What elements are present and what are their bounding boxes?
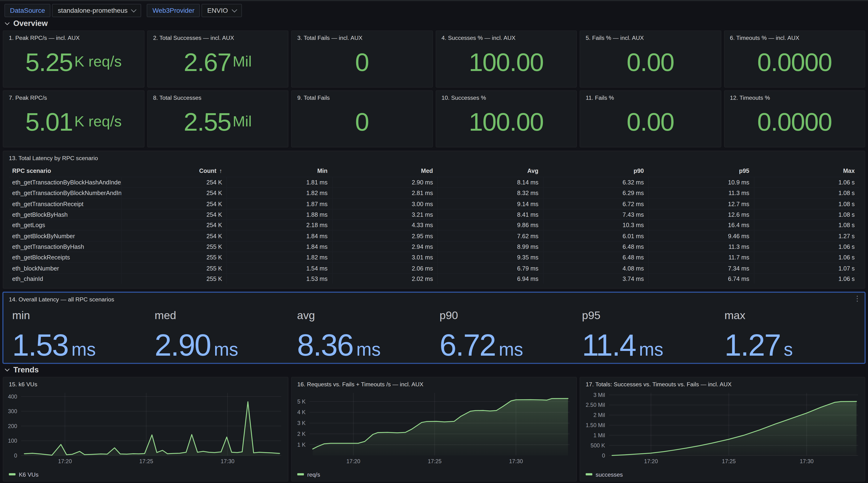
table-cell: 4.33 ms <box>332 220 437 230</box>
svg-text:1 Mil: 1 Mil <box>593 432 605 438</box>
stat-value: 0 <box>295 40 429 84</box>
stat-panel: 10. Successes %100.00 <box>435 90 577 147</box>
svg-text:17:30: 17:30 <box>220 458 235 464</box>
table-cell: 1.84 ms <box>226 231 332 241</box>
section-header-trends[interactable]: Trends <box>5 365 39 374</box>
table-cell: 3.74 ms <box>543 274 648 284</box>
sort-asc-icon: ↑ <box>219 167 222 174</box>
stat-panel: 9. Total Fails0 <box>291 90 433 147</box>
table-cell: 11.7 ms <box>648 252 754 262</box>
variable-value-dropdown[interactable]: ENVIO <box>202 4 242 17</box>
stat-unit: s <box>784 339 793 360</box>
variable-label-web3provider[interactable]: Web3Provider <box>147 4 200 17</box>
stat-panel: 2. Total Successes — incl. AUX2.67Mil <box>147 30 288 87</box>
top-edge-strip <box>0 0 868 1</box>
legend-item[interactable]: req/s <box>297 471 320 478</box>
panel-title[interactable]: 15. k6 VUs <box>9 381 37 387</box>
table-header-rpc-scenario[interactable]: RPC scenario <box>9 165 121 177</box>
table-cell: 2.90 ms <box>332 177 437 188</box>
svg-text:17:30: 17:30 <box>800 458 813 464</box>
table-row: eth_chainId255 K1.53 ms2.02 ms6.94 ms3.7… <box>9 273 859 284</box>
table-cell: 1.06 s <box>754 274 859 284</box>
latency-table: RPC scenarioCount↑MinMedAvgp90p95Maxeth_… <box>9 165 859 284</box>
overall-stat: p906.72ms <box>434 306 577 363</box>
stat-unit: ms <box>499 339 523 360</box>
variable-value-dropdown[interactable]: standalone-prometheus <box>52 4 142 17</box>
stat-value: 0.0000 <box>727 40 861 84</box>
legend-label: successes <box>596 471 623 478</box>
table-cell: 16.4 ms <box>648 220 754 230</box>
table-cell: 6.01 ms <box>543 231 648 241</box>
svg-text:17:20: 17:20 <box>346 458 360 464</box>
table-cell: 6.32 ms <box>543 177 648 188</box>
table-header-p90[interactable]: p90 <box>543 165 648 177</box>
table-header-min[interactable]: Min <box>226 165 332 177</box>
svg-text:400: 400 <box>8 394 17 400</box>
stat-number: 0 <box>355 47 369 77</box>
legend-item[interactable]: successes <box>586 471 623 478</box>
stat-unit: Mil <box>232 53 252 70</box>
variables-bar: DataSourcestandalone-prometheusWeb3Provi… <box>4 4 242 17</box>
table-header-max[interactable]: Max <box>754 165 859 177</box>
overall-stat-label: p90 <box>439 309 576 322</box>
table-row: eth_getBlockByHash254 K1.88 ms3.21 ms8.4… <box>9 209 859 220</box>
table-cell: 3.21 ms <box>332 209 437 220</box>
stat-number: 6.72 <box>439 328 495 363</box>
svg-text:17:25: 17:25 <box>428 458 441 464</box>
table-cell: 11.3 ms <box>648 188 754 198</box>
table-cell: 1.53 ms <box>226 274 332 284</box>
svg-text:500 K: 500 K <box>591 443 605 449</box>
variable-web3provider: Web3ProviderENVIO <box>147 4 242 17</box>
overall-stat: p9511.4ms <box>577 306 719 363</box>
table-cell: 2.02 ms <box>332 274 437 284</box>
svg-text:1 K: 1 K <box>297 442 306 448</box>
table-cell: 6.48 ms <box>543 252 648 262</box>
stat-panel: 4. Successes % — incl. AUX100.00 <box>435 30 577 87</box>
stat-number: 1.53 <box>12 328 68 363</box>
panel-title[interactable]: 13. Total Latency by RPC scenario <box>9 155 98 161</box>
table-header-count[interactable]: Count↑ <box>121 165 226 177</box>
svg-text:17:30: 17:30 <box>509 458 523 464</box>
panel-title[interactable]: 17. Totals: Successes vs. Timeouts vs. F… <box>586 381 732 387</box>
panel-title[interactable]: 16. Requests vs. Fails + Timeouts /s — i… <box>297 381 424 387</box>
table-cell: 8.99 ms <box>437 242 542 252</box>
stat-value: 0.0000 <box>727 100 861 144</box>
table-cell: 8.32 ms <box>437 188 542 198</box>
chart-canvas: 010020030040017:2017:2517:30 <box>7 390 284 465</box>
table-cell: eth_getTransactionByBlockHashAndIndex <box>9 177 121 188</box>
panel-menu-icon[interactable]: ⋮ <box>854 295 861 302</box>
legend-label: K6 VUs <box>19 471 39 478</box>
table-header-avg[interactable]: Avg <box>437 165 542 177</box>
table-header-med[interactable]: Med <box>332 165 437 177</box>
table-row: eth_getBlockReceipts255 K1.82 ms3.01 ms9… <box>9 252 859 262</box>
grafana-dashboard: DataSourcestandalone-prometheusWeb3Provi… <box>0 0 868 483</box>
stat-panel: 1. Peak RPC/s — incl. AUX5.25K req/s <box>3 30 144 87</box>
table-row: eth_getBlockByNumber254 K1.84 ms2.95 ms7… <box>9 230 859 241</box>
stat-panel: 7. Peak RPC/s5.01K req/s <box>3 90 144 147</box>
panel-title[interactable]: 14. Overall Latency — all RPC scenarios <box>9 296 114 303</box>
stat-value: 5.01K req/s <box>7 100 140 144</box>
stat-value: 100.00 <box>439 100 573 144</box>
table-cell: eth_getBlockReceipts <box>9 252 121 262</box>
table-cell: 254 K <box>121 231 226 241</box>
variable-label-datasource[interactable]: DataSource <box>4 4 51 17</box>
legend-item[interactable]: K6 VUs <box>9 471 39 478</box>
stat-panel: 8. Total Successes2.55Mil <box>147 90 288 147</box>
table-header-p95[interactable]: p95 <box>648 165 754 177</box>
stat-unit: Mil <box>232 113 252 130</box>
table-cell: 10.9 ms <box>648 177 754 188</box>
table-cell: 255 K <box>121 263 226 273</box>
stat-number: 0.00 <box>627 47 674 77</box>
table-cell: 254 K <box>121 199 226 209</box>
stat-value: 100.00 <box>439 40 573 84</box>
svg-text:100: 100 <box>8 438 17 444</box>
table-cell: 1.88 ms <box>226 209 332 220</box>
table-cell: 1.08 s <box>754 209 859 220</box>
stat-unit: ms <box>71 339 96 360</box>
chart-panel-req-per-s: 16. Requests vs. Fails + Timeouts /s — i… <box>291 377 577 482</box>
table-cell: 7.62 ms <box>437 231 542 241</box>
table-cell: 6.79 ms <box>437 263 542 273</box>
chart-canvas: 0500 K1 Mil1.50 Mil2 Mil2.50 Mil3 Mil17:… <box>583 390 861 465</box>
table-row: eth_getTransactionByHash255 K1.84 ms2.94… <box>9 241 859 252</box>
section-header-overview[interactable]: Overview <box>5 19 48 28</box>
